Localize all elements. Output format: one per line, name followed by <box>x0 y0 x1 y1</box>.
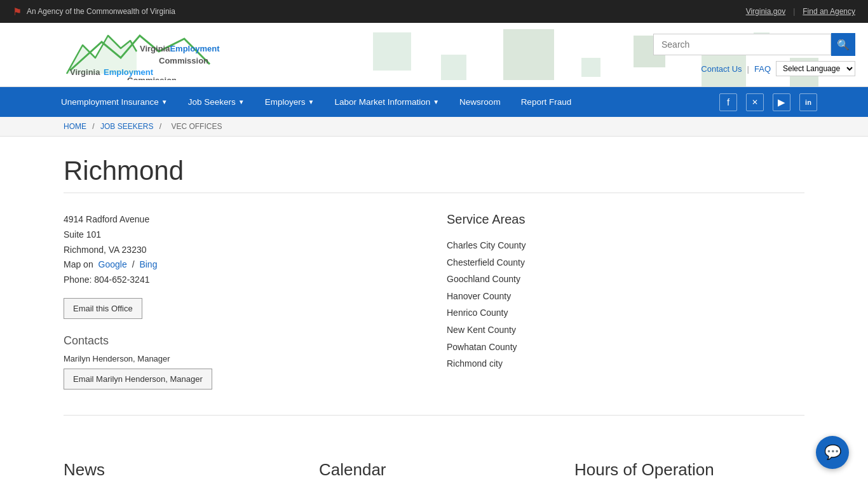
agency-text: An Agency of the Commonwealth of Virgini… <box>27 7 175 16</box>
dropdown-arrow: ▼ <box>308 98 314 105</box>
list-item: Henrico County <box>447 304 804 322</box>
social-icons: f ✕ ▶ in <box>719 93 817 111</box>
list-item: Goochland County <box>447 271 804 288</box>
breadcrumb-home[interactable]: HOME <box>64 122 86 131</box>
agency-label: ⚑ An Agency of the Commonwealth of Virgi… <box>13 6 175 18</box>
office-layout: 4914 Radford Avenue Suite 101 Richmond, … <box>64 212 804 390</box>
top-bar: ⚑ An Agency of the Commonwealth of Virgi… <box>0 0 868 23</box>
calendar-title: Calendar <box>319 460 549 480</box>
nav-newsroom[interactable]: Newsroom <box>449 87 511 117</box>
address-line1: 4914 Radford Avenue <box>64 212 421 227</box>
nav-unemployment-insurance[interactable]: Unemployment Insurance ▼ <box>51 87 178 117</box>
breadcrumb: HOME / JOB SEEKERS / VEC OFFICES <box>0 117 868 137</box>
breadcrumb-job-seekers[interactable]: JOB SEEKERS <box>100 122 153 131</box>
linkedin-icon[interactable]: in <box>799 93 817 111</box>
map-links: Map on Google / Bing <box>64 257 421 273</box>
logo-icon <box>64 29 140 80</box>
section-divider <box>64 415 804 416</box>
contacts-heading: Contacts <box>64 334 421 348</box>
list-item: Charles City County <box>447 237 804 254</box>
news-section: News ◆ Governor Glenn Youngkin Announces… <box>64 460 294 488</box>
language-select[interactable]: Select Language Español <box>776 61 855 76</box>
list-item: Chesterfield County <box>447 254 804 271</box>
chat-bubble[interactable]: 💬 <box>816 436 849 469</box>
bottom-sections: News ◆ Governor Glenn Youngkin Announces… <box>0 460 868 488</box>
calendar-section: Calendar ◆ B.E.S.T. Logistics Hiring Eve… <box>319 460 549 488</box>
virginia-gov-link[interactable]: Virginia.gov <box>746 7 785 16</box>
hours-section: Hours of Operation Monday thru Thursday … <box>574 460 804 488</box>
agency-icon: ⚑ <box>13 6 22 18</box>
search-row: 🔍 <box>653 33 855 56</box>
main-nav: Unemployment Insurance ▼ Job Seekers ▼ E… <box>0 87 868 117</box>
search-button[interactable]: 🔍 <box>831 33 855 56</box>
list-item: Hanover County <box>447 288 804 305</box>
dropdown-arrow: ▼ <box>161 98 168 105</box>
facebook-icon[interactable]: f <box>719 93 737 111</box>
contact-name: Marilyn Henderson, Manager <box>64 354 421 363</box>
faq-link[interactable]: FAQ <box>754 64 771 74</box>
find-agency-link[interactable]: Find an Agency <box>803 7 855 16</box>
main-content: Richmond 4914 Radford Avenue Suite 101 R… <box>0 137 868 460</box>
email-contact-button[interactable]: Email Marilyn Henderson, Manager <box>64 369 212 390</box>
nav-job-seekers[interactable]: Job Seekers ▼ <box>178 87 255 117</box>
search-area: 🔍 Contact Us | FAQ Select Language Españ… <box>653 33 855 76</box>
bing-maps-link[interactable]: Bing <box>139 259 157 269</box>
youtube-icon[interactable]: ▶ <box>773 93 790 111</box>
service-areas-list: Charles City County Chesterfield County … <box>447 237 804 372</box>
service-areas: Service Areas Charles City County Cheste… <box>447 212 804 390</box>
top-bar-links: Virginia.gov | Find an Agency <box>746 7 855 16</box>
search-input[interactable] <box>653 34 831 55</box>
office-address: 4914 Radford Avenue Suite 101 Richmond, … <box>64 212 421 288</box>
dropdown-arrow: ▼ <box>238 98 245 105</box>
utility-links: Contact Us | FAQ Select Language Español <box>701 61 855 76</box>
breadcrumb-vec-offices: VEC OFFICES <box>171 122 222 131</box>
header: Virginia Employment Commission VEC Virgi… <box>0 23 868 87</box>
twitter-icon[interactable]: ✕ <box>746 93 764 111</box>
dropdown-arrow: ▼ <box>433 98 439 105</box>
email-office-button[interactable]: Email this Office <box>64 298 142 319</box>
office-info: 4914 Radford Avenue Suite 101 Richmond, … <box>64 212 421 390</box>
nav-report-fraud[interactable]: Report Fraud <box>511 87 582 117</box>
office-phone: Phone: 804-652-3241 <box>64 273 421 288</box>
service-areas-title: Service Areas <box>447 212 804 227</box>
contact-us-link[interactable]: Contact Us <box>701 64 742 74</box>
google-maps-link[interactable]: Google <box>98 259 127 269</box>
nav-labor-market[interactable]: Labor Market Information ▼ <box>324 87 449 117</box>
page-title: Richmond <box>64 156 804 193</box>
address-line3: Richmond, VA 23230 <box>64 243 421 258</box>
news-title: News <box>64 460 294 480</box>
list-item: New Kent County <box>447 322 804 339</box>
nav-employers[interactable]: Employers ▼ <box>255 87 325 117</box>
list-item: Powhatan County <box>447 339 804 356</box>
address-line2: Suite 101 <box>64 227 421 243</box>
list-item: Richmond city <box>447 355 804 372</box>
hours-title: Hours of Operation <box>574 460 804 480</box>
